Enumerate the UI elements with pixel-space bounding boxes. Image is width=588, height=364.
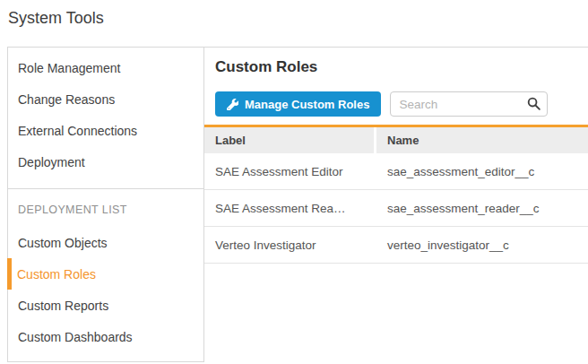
sidebar: Role Management Change Reasons External … [7,48,204,362]
row-name-cell[interactable]: sae_assessment_reader__c [376,190,588,226]
sidebar-item-deployment[interactable]: Deployment [8,146,203,178]
sidebar-item-custom-roles[interactable]: Custom Roles [7,258,203,290]
wrench-icon [227,99,238,110]
sidebar-item-custom-objects[interactable]: Custom Objects [8,227,203,258]
row-name-cell[interactable]: verteo_investigator__c [376,227,588,263]
row-label-cell[interactable]: SAE Assessment Editor [204,153,376,189]
layout: Role Management Change Reasons External … [7,47,588,362]
section-heading: Custom Roles [215,58,588,76]
sidebar-item-change-reasons[interactable]: Change Reasons [8,83,203,115]
manage-custom-roles-button[interactable]: Manage Custom Roles [215,91,381,117]
table-row[interactable]: SAE Assessment Editor sae_assessment_edi… [204,153,588,190]
search-box [390,91,548,117]
main-content: Custom Roles Manage Custom Roles Label N… [204,48,588,362]
row-label-cell[interactable]: SAE Assessment Rea… [204,190,376,226]
sidebar-item-external-connections[interactable]: External Connections [8,115,203,146]
magnifier-icon[interactable] [526,96,541,115]
row-name-cell[interactable]: sae_assessment_editor__c [376,153,588,189]
table-row[interactable]: Verteo Investigator verteo_investigator_… [204,227,588,264]
toolbar: Manage Custom Roles [215,91,588,117]
column-header-label[interactable]: Label [204,127,376,153]
row-label-cell[interactable]: Verteo Investigator [204,227,376,263]
search-input[interactable] [390,91,548,117]
sidebar-item-role-management[interactable]: Role Management [8,52,203,83]
column-header-name[interactable]: Name [376,127,588,153]
sidebar-section-label: DEPLOYMENT LIST [8,189,203,227]
page-title: System Tools [8,9,588,28]
manage-button-label: Manage Custom Roles [245,98,369,111]
sidebar-item-custom-dashboards[interactable]: Custom Dashboards [8,321,203,352]
table-row[interactable]: SAE Assessment Rea… sae_assessment_reade… [204,190,588,227]
sidebar-item-custom-reports[interactable]: Custom Reports [8,290,203,321]
table-header: Label Name [204,127,588,153]
